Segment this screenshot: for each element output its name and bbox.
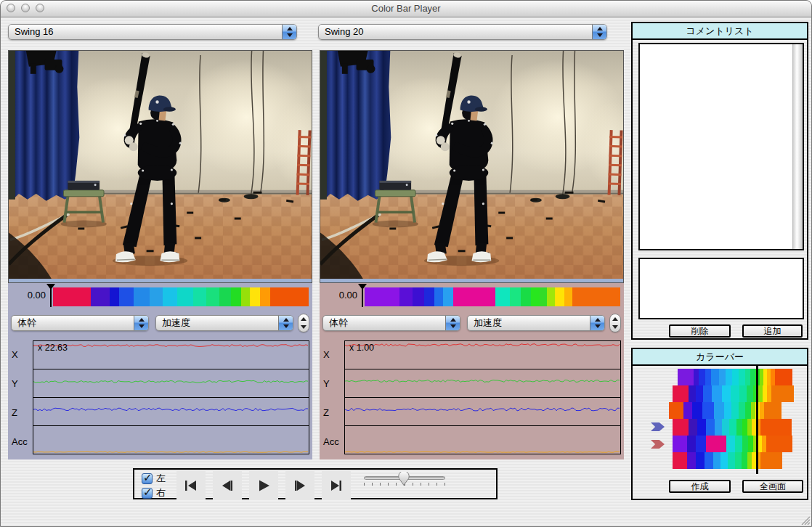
comment-list-scrollbar[interactable] (792, 44, 803, 249)
colorbar-segment (270, 287, 309, 306)
left-joint-select[interactable]: 体幹 (11, 315, 149, 331)
colorbar-segment (241, 287, 250, 306)
colorbar-segment (219, 287, 231, 306)
colorbar-segment (572, 287, 620, 306)
heatmap-cell (775, 369, 792, 385)
slider-thumb[interactable] (398, 472, 410, 486)
row-marker-arrow-blue (651, 422, 665, 431)
heatmap-cell (692, 402, 702, 419)
heatmap-cell (706, 436, 726, 452)
graph-row-acc (344, 425, 621, 454)
colorbar-segment (453, 287, 495, 306)
heatmap-cell (742, 452, 747, 469)
heatmap-cell (703, 385, 712, 402)
heatmap-cell (711, 369, 719, 385)
colorbar-segment (53, 287, 91, 306)
heatmap-cell (719, 369, 726, 385)
colorbar-segment (134, 287, 150, 306)
heatmap-cell (747, 385, 753, 402)
play-button[interactable] (249, 471, 278, 499)
timeline-colorbar (53, 287, 309, 306)
time-value: 0.00 (330, 290, 357, 301)
playhead-marker[interactable] (50, 285, 52, 307)
colorbar-segment (531, 287, 540, 306)
colorbar-panel: カラーバー 作成 全画面 (631, 348, 808, 500)
heatmap-cell (742, 419, 747, 436)
heatmap-cell (764, 402, 781, 419)
row-marker-arrow-red (651, 440, 665, 449)
skip-to-end-button[interactable] (322, 471, 351, 499)
add-comment-button[interactable]: 追加 (742, 324, 803, 338)
right-video-frame (320, 50, 624, 283)
colorbar-segment (110, 287, 119, 306)
heatmap-cursor-line[interactable] (756, 365, 758, 474)
heatmap-cell (689, 419, 697, 436)
create-colorbar-button[interactable]: 作成 (669, 480, 731, 493)
right-checkbox-label: 右 (156, 486, 166, 499)
right-metric-select[interactable]: 加速度 (467, 315, 605, 331)
zoom-button[interactable] (36, 4, 44, 12)
right-scale-stepper[interactable] (609, 314, 621, 332)
heatmap-cell (673, 385, 689, 402)
colorbar-segment (206, 287, 219, 306)
speed-slider[interactable] (364, 476, 451, 486)
colorbar-segment (193, 287, 206, 306)
heatmap-row (669, 369, 795, 385)
left-scale-stepper[interactable] (298, 314, 309, 332)
heatmap-cell (673, 436, 687, 452)
fullscreen-button[interactable]: 全画面 (742, 480, 803, 493)
heatmap-cell (731, 402, 739, 419)
skip-to-start-button[interactable] (176, 471, 206, 499)
graph-axis-label: Acc (320, 428, 344, 457)
graph-axis-label: Z (8, 399, 33, 428)
step-back-button[interactable] (213, 471, 242, 499)
left-joint-value: 体幹 (17, 316, 36, 330)
heatmap-cell (715, 419, 722, 436)
colorbar-segment (510, 287, 521, 306)
heatmap-cell (736, 419, 742, 436)
graph-row-x: x 22.63 (33, 340, 309, 369)
title-bar: Color Bar Player (1, 1, 811, 17)
left-video-checkbox[interactable] (142, 473, 153, 484)
graph-row-z (33, 397, 309, 426)
colorbar-segment (119, 287, 134, 306)
heatmap-cell (732, 369, 739, 385)
heatmap-cell (760, 419, 792, 436)
graph-row-x: x 1.00 (344, 340, 621, 369)
colorbar-segment (443, 287, 453, 306)
heatmap-cell (735, 452, 742, 469)
minimize-button[interactable] (21, 4, 30, 12)
delete-comment-button[interactable]: 削除 (669, 324, 731, 338)
colorbar-segment (250, 287, 260, 306)
heatmap-cell (705, 369, 711, 385)
comment-list[interactable] (638, 43, 804, 250)
heatmap-cell (760, 452, 782, 469)
right-graphs: x 1.00 (344, 340, 621, 454)
colorbar-panel-title: カラーバー (633, 349, 807, 366)
right-video-checkbox[interactable] (142, 488, 153, 499)
step-forward-icon (291, 477, 309, 494)
colorbar-heatmap (669, 369, 795, 469)
left-metric-value: 加速度 (162, 316, 190, 330)
left-checkbox-label: 左 (156, 472, 166, 485)
step-forward-button[interactable] (285, 471, 314, 499)
playhead-marker[interactable] (362, 285, 363, 307)
colorbar-segment (91, 287, 110, 306)
colorbar-segment (555, 287, 564, 306)
colorbar-segment (365, 287, 399, 306)
right-clip-select[interactable]: Swing 20 (318, 24, 607, 40)
resize-grip[interactable] (800, 515, 810, 525)
colorbar-segment (399, 287, 413, 306)
heatmap-cell (714, 402, 724, 419)
left-video-image (8, 50, 312, 283)
right-joint-select[interactable]: 体幹 (322, 315, 460, 331)
close-button[interactable] (7, 4, 15, 12)
scale-multiplier: x 1.00 (349, 343, 374, 353)
colorbar-segment (495, 287, 510, 306)
comment-input[interactable] (638, 258, 804, 319)
app-window: Color Bar Player Swing 16 Swing 20 0.00 … (0, 0, 812, 527)
left-metric-select[interactable]: 加速度 (155, 315, 293, 331)
left-clip-select[interactable]: Swing 16 (8, 24, 297, 40)
heatmap-cell (694, 369, 699, 385)
graph-row-y (344, 369, 621, 398)
